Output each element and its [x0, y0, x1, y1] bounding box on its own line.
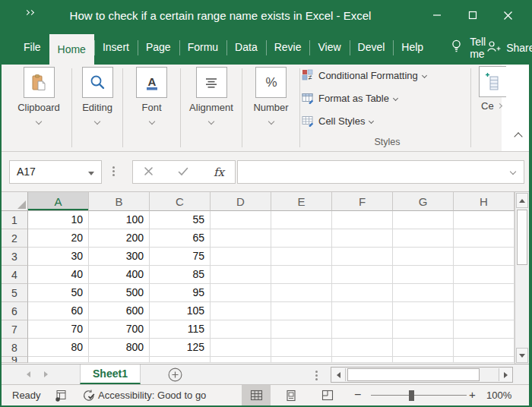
cell-H8[interactable] — [454, 339, 515, 357]
cell-C8[interactable]: 125 — [150, 339, 211, 357]
ribbon-group-clipboard[interactable]: Clipboard — [6, 66, 71, 150]
cell-G4[interactable] — [393, 266, 454, 284]
cell-H2[interactable] — [454, 229, 515, 248]
styles-item-format-as-table[interactable]: Format as Table — [302, 90, 473, 106]
cell-F5[interactable] — [332, 284, 393, 302]
tab-devel[interactable]: Devel — [350, 30, 394, 65]
select-all-corner[interactable] — [2, 192, 28, 211]
cell-G2[interactable] — [393, 229, 454, 248]
enter-button[interactable] — [178, 166, 188, 179]
cell-F9[interactable] — [332, 357, 393, 363]
cell-A2[interactable]: 20 — [28, 229, 89, 248]
zoom-slider-thumb[interactable] — [409, 390, 414, 401]
macro-record-icon[interactable] — [55, 390, 67, 402]
cell-B4[interactable]: 400 — [89, 266, 150, 284]
cell-A6[interactable]: 60 — [28, 302, 89, 320]
tell-me-button[interactable]: Tell me — [450, 30, 486, 65]
cell-D4[interactable] — [211, 266, 271, 284]
cell-H5[interactable] — [454, 284, 515, 302]
cell-A4[interactable]: 40 — [28, 266, 89, 284]
collapse-ribbon-button[interactable] — [515, 129, 521, 143]
cell-H7[interactable] — [454, 320, 515, 339]
cell-H9[interactable] — [454, 357, 515, 363]
cell-E6[interactable] — [271, 302, 332, 320]
tab-view[interactable]: View — [309, 30, 349, 65]
cell-C7[interactable]: 115 — [150, 320, 211, 339]
scroll-down-button[interactable] — [516, 348, 528, 363]
column-header-f[interactable]: F — [332, 192, 393, 211]
cell-D9[interactable] — [211, 357, 271, 363]
page-break-preview-button[interactable] — [313, 385, 342, 405]
tab-file[interactable]: File — [15, 30, 49, 65]
cell-C1[interactable]: 55 — [150, 211, 211, 229]
cell-G1[interactable] — [393, 211, 454, 229]
cell-D1[interactable] — [211, 211, 271, 229]
row-header-4[interactable]: 4 — [2, 266, 28, 284]
row-header-5[interactable]: 5 — [2, 284, 28, 302]
row-header-3[interactable]: 3 — [2, 248, 28, 266]
column-header-a[interactable]: A — [28, 192, 89, 211]
column-header-h[interactable]: H — [454, 192, 515, 211]
tab-formu[interactable]: Formu — [179, 30, 226, 65]
scroll-left-button[interactable] — [332, 368, 346, 381]
next-sheet-button[interactable] — [44, 371, 48, 377]
cell-B1[interactable]: 100 — [89, 211, 150, 229]
styles-item-conditional-formatting[interactable]: ≠Conditional Formatting — [302, 67, 473, 84]
cell-C4[interactable]: 85 — [150, 266, 211, 284]
cell-G3[interactable] — [393, 248, 454, 266]
normal-view-button[interactable] — [242, 385, 271, 405]
cell-A3[interactable]: 30 — [28, 248, 89, 266]
cell-H3[interactable] — [454, 248, 515, 266]
tab-bar-handle[interactable] — [315, 369, 318, 382]
row-header-9[interactable]: 9 — [2, 357, 28, 363]
tab-home[interactable]: Home — [49, 34, 94, 65]
cell-D3[interactable] — [211, 248, 271, 266]
name-box[interactable]: A17 — [9, 160, 102, 184]
tab-insert[interactable]: Insert — [94, 30, 138, 65]
vertical-scroll-thumb[interactable] — [517, 210, 527, 265]
cell-B6[interactable]: 600 — [89, 302, 150, 320]
cell-H6[interactable] — [454, 302, 515, 320]
horizontal-scrollbar[interactable] — [331, 367, 513, 383]
zoom-out-button[interactable]: − — [354, 388, 361, 402]
cell-B9[interactable] — [89, 357, 150, 363]
cell-D6[interactable] — [211, 302, 271, 320]
cell-B7[interactable]: 700 — [89, 320, 150, 339]
scroll-right-button[interactable] — [499, 368, 512, 381]
zoom-in-button[interactable]: + — [469, 388, 476, 401]
cell-B5[interactable]: 500 — [89, 284, 150, 302]
close-button[interactable] — [490, 0, 526, 30]
share-button[interactable]: Share — [486, 30, 532, 65]
sheet-tab-sheet1[interactable]: Sheet1 — [80, 364, 141, 384]
cell-E3[interactable] — [271, 248, 332, 266]
row-header-6[interactable]: 6 — [2, 302, 28, 320]
cell-B3[interactable]: 300 — [89, 248, 150, 266]
ribbon-group-editing[interactable]: Editing — [72, 66, 122, 150]
cell-C2[interactable]: 65 — [150, 229, 211, 248]
cell-F7[interactable] — [332, 320, 393, 339]
cell-A8[interactable]: 80 — [28, 339, 89, 357]
cell-G8[interactable] — [393, 339, 454, 357]
cell-E4[interactable] — [271, 266, 332, 284]
column-header-b[interactable]: B — [89, 192, 150, 211]
column-header-d[interactable]: D — [211, 192, 271, 211]
cell-F8[interactable] — [332, 339, 393, 357]
maximize-button[interactable] — [454, 0, 490, 30]
row-header-1[interactable]: 1 — [2, 211, 28, 229]
cell-E8[interactable] — [271, 339, 332, 357]
page-layout-view-button[interactable] — [277, 385, 306, 405]
cell-E7[interactable] — [271, 320, 332, 339]
cell-A1[interactable]: 10 — [28, 211, 89, 229]
cells-group-truncated[interactable]: Ce — [479, 66, 509, 112]
cell-F1[interactable] — [332, 211, 393, 229]
zoom-slider-track[interactable] — [371, 395, 467, 396]
minimize-button[interactable] — [419, 0, 454, 30]
ribbon-group-font[interactable]: AFont — [123, 66, 180, 150]
column-header-g[interactable]: G — [393, 192, 454, 211]
row-header-2[interactable]: 2 — [2, 229, 28, 248]
cell-B8[interactable]: 800 — [89, 339, 150, 357]
column-header-e[interactable]: E — [271, 192, 332, 211]
cell-F2[interactable] — [332, 229, 393, 248]
horizontal-scroll-thumb[interactable] — [347, 368, 480, 381]
cell-F6[interactable] — [332, 302, 393, 320]
